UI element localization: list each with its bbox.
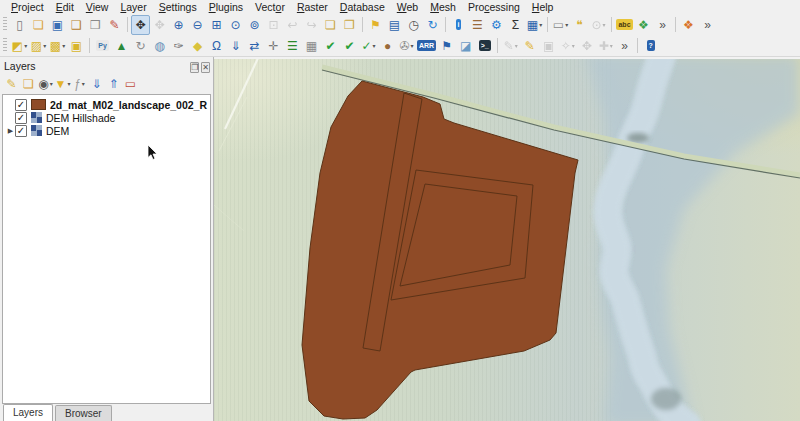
new-project-button[interactable]: ▯ — [10, 15, 29, 35]
bear-plugin-button[interactable]: ● — [378, 36, 397, 56]
layer-name[interactable]: 2d_mat_M02_landscape_002_R — [50, 99, 207, 111]
layout-manager-button[interactable]: ❒ — [86, 15, 105, 35]
console-plugin-button[interactable]: >_ — [475, 36, 494, 56]
swirl-plugin-button[interactable]: ↻ — [131, 36, 150, 56]
undock-panel-button[interactable]: ❐ — [190, 62, 199, 73]
menu-plugins[interactable]: Plugins — [203, 1, 249, 13]
dropdown-arrow-icon[interactable]: ▾ — [62, 42, 65, 49]
menu-mesh[interactable]: Mesh — [424, 1, 462, 13]
layer-visibility-checkbox[interactable]: ✓ — [15, 99, 27, 111]
select-by-location-button[interactable]: ▣ — [67, 36, 86, 56]
menu-settings[interactable]: Settings — [153, 1, 203, 13]
layer-visibility-checkbox[interactable]: ✓ — [15, 125, 27, 137]
identify-features-button[interactable]: i — [449, 15, 468, 35]
new-3d-map-view-button[interactable]: ❐ — [340, 15, 359, 35]
attribute-table-button[interactable]: ▦▾ — [525, 15, 544, 35]
menu-raster[interactable]: Raster — [291, 1, 334, 13]
dropdown-arrow-icon[interactable]: ▾ — [539, 21, 542, 28]
raster-tools-button[interactable]: ▦ — [302, 36, 321, 56]
layer-name[interactable]: DEM Hillshade — [46, 112, 115, 124]
dropdown-arrow-icon[interactable]: ▾ — [572, 42, 575, 49]
show-bookmarks-button[interactable]: ▤ — [385, 15, 404, 35]
remove-layer-button[interactable]: ▭ — [122, 75, 139, 92]
arr-plugin-button[interactable]: ARR — [416, 36, 437, 56]
new-print-layout-button[interactable]: ❑ — [67, 15, 86, 35]
style-manager-button[interactable]: ✎ — [105, 15, 124, 35]
mesh-plugin-button[interactable]: Ω — [207, 36, 226, 56]
digitizing-shield-button[interactable]: ✑ — [169, 36, 188, 56]
help-button[interactable]: ? — [641, 36, 660, 56]
close-panel-button[interactable]: ✕ — [201, 62, 210, 73]
toolbar-overflow-button-2[interactable]: » — [698, 15, 717, 35]
open-styling-panel-button[interactable]: ✎ — [3, 75, 20, 92]
dropdown-arrow-icon[interactable]: ▾ — [67, 80, 70, 87]
toolbar-overflow-button-3[interactable]: » — [615, 36, 634, 56]
deselect-features-button[interactable]: ▩▾ — [48, 36, 67, 56]
pan-map-button[interactable]: ✥ — [131, 15, 150, 35]
layer-row-2[interactable]: ✓DEM Hillshade — [3, 111, 210, 124]
zoom-full-extent-button[interactable]: ⊞ — [207, 15, 226, 35]
manage-map-themes-button[interactable]: ◉▾ — [37, 75, 54, 92]
validate-check-button[interactable]: ✓▾ — [359, 36, 378, 56]
menu-project[interactable]: Project — [5, 1, 50, 13]
dropdown-arrow-icon[interactable]: ▾ — [603, 21, 606, 28]
add-group-button[interactable]: ❏ — [20, 75, 37, 92]
expand-all-button[interactable]: ⇓ — [88, 75, 105, 92]
zoom-out-button[interactable]: ⊖ — [188, 15, 207, 35]
python-console-button[interactable]: Py — [93, 36, 112, 56]
tab-browser[interactable]: Browser — [55, 405, 112, 421]
toolbar-grip[interactable] — [3, 17, 7, 32]
download-layer-button[interactable]: ⇓ — [226, 36, 245, 56]
menu-processing[interactable]: Processing — [462, 1, 526, 13]
menu-edit[interactable]: Edit — [50, 1, 80, 13]
toolbar-grip[interactable] — [3, 38, 7, 53]
zoom-to-selection-button[interactable]: ⊙ — [226, 15, 245, 35]
statistical-summary-button[interactable]: Σ — [506, 15, 525, 35]
dropdown-arrow-icon[interactable]: ▾ — [24, 42, 27, 49]
expander-arrow-icon[interactable]: ▶ — [6, 127, 15, 135]
gcp-points-button[interactable]: ✛ — [264, 36, 283, 56]
layer-visibility-checkbox[interactable]: ✓ — [15, 112, 27, 124]
menu-help[interactable]: Help — [526, 1, 560, 13]
globe-plugin-button[interactable]: ◍ — [150, 36, 169, 56]
map-canvas[interactable] — [214, 57, 800, 421]
layer-diagram-button[interactable]: ❖ — [634, 15, 653, 35]
data-source-manager-button[interactable]: ❖ — [679, 15, 698, 35]
zoom-in-button[interactable]: ⊕ — [169, 15, 188, 35]
menu-database[interactable]: Database — [334, 1, 391, 13]
tab-layers[interactable]: Layers — [3, 404, 53, 421]
menu-web[interactable]: Web — [391, 1, 424, 13]
layer-row-3[interactable]: ▶✓DEM — [3, 124, 210, 137]
profile-layers-button[interactable]: ☰ — [283, 36, 302, 56]
dropdown-arrow-icon[interactable]: ▾ — [43, 42, 46, 49]
dropdown-arrow-icon[interactable]: ▾ — [50, 80, 53, 87]
processing-toolbox-button[interactable]: ⚙ — [487, 15, 506, 35]
toggle-editing-button[interactable]: ✎ — [520, 36, 539, 56]
new-map-view-button[interactable]: ❏ — [321, 15, 340, 35]
menu-layer[interactable]: Layer — [114, 1, 152, 13]
dropdown-arrow-icon[interactable]: ▾ — [515, 42, 518, 49]
select-features-button[interactable]: ◩▾ — [10, 36, 29, 56]
open-project-button[interactable]: ❏ — [29, 15, 48, 35]
dropdown-arrow-icon[interactable]: ▾ — [82, 80, 85, 87]
flag-plugin-button[interactable]: ⚑ — [437, 36, 456, 56]
layer-labeling-button[interactable]: abc — [615, 15, 634, 35]
terrain-plugin-button[interactable]: ▲ — [112, 36, 131, 56]
cube-3d-button[interactable]: ◆ — [188, 36, 207, 56]
map-tips-button[interactable]: ❝ — [570, 15, 589, 35]
dropdown-arrow-icon[interactable]: ▾ — [610, 42, 613, 49]
geometry-check-button[interactable]: ✔ — [340, 36, 359, 56]
new-bookmark-button[interactable]: ⚑ — [366, 15, 385, 35]
temporal-controller-button[interactable]: ◷ — [404, 15, 423, 35]
graph-plugin-button[interactable]: ◪ — [456, 36, 475, 56]
select-by-value-button[interactable]: ▨▾ — [29, 36, 48, 56]
save-project-button[interactable]: ▣ — [48, 15, 67, 35]
topology-check-button[interactable]: ✔ — [321, 36, 340, 56]
toolbar-overflow-button[interactable]: » — [653, 15, 672, 35]
zoom-to-layer-button[interactable]: ⊚ — [245, 15, 264, 35]
dropdown-arrow-icon[interactable]: ▾ — [565, 21, 568, 28]
field-calculator-button[interactable]: ☰ — [468, 15, 487, 35]
dropdown-arrow-icon[interactable]: ▾ — [411, 42, 414, 49]
import-layer-button[interactable]: ⇄ — [245, 36, 264, 56]
menu-vector[interactable]: Vector — [249, 1, 291, 13]
